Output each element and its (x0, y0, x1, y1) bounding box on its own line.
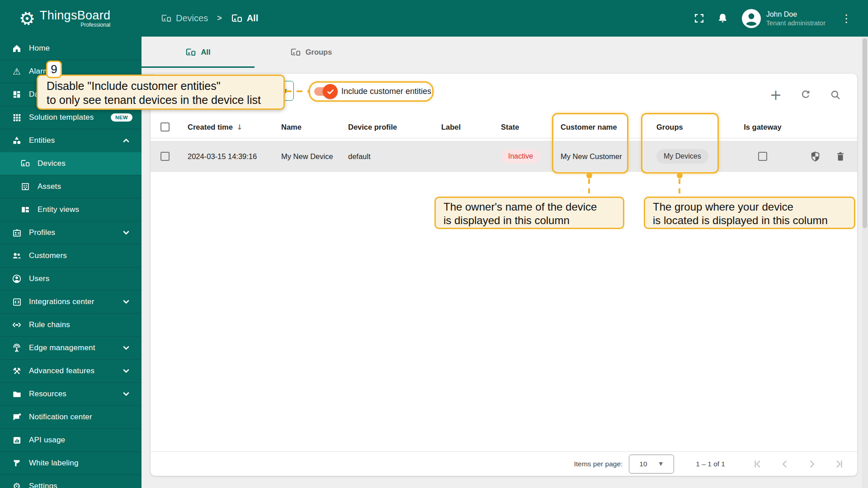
row-checkbox[interactable] (151, 152, 179, 161)
column-header-state[interactable]: State (493, 123, 552, 131)
solution-templates-icon (11, 112, 22, 123)
sidebar-item-white-labeling[interactable]: White labeling (0, 451, 142, 474)
chevron-down-icon (123, 298, 130, 305)
callout-line: The group where your device (653, 200, 854, 214)
notifications-bell-icon[interactable] (711, 7, 735, 30)
previous-page-button[interactable] (776, 455, 794, 473)
include-customer-entities-highlight: Include customer entities (309, 81, 434, 102)
sidebar-item-label: Notification center (29, 413, 92, 422)
sort-desc-icon: ↓ (236, 123, 242, 131)
column-header-label[interactable]: Label (433, 123, 493, 131)
column-header-is-gateway[interactable]: Is gateway (724, 123, 801, 131)
app-logo[interactable]: ⚙ ThingsBoard Professional (0, 9, 142, 28)
search-button[interactable] (826, 85, 845, 105)
customer-name-column-highlight (552, 113, 628, 174)
cell-device-profile: default (340, 152, 433, 161)
cell-is-gateway[interactable] (724, 152, 801, 161)
first-page-button[interactable] (749, 455, 767, 473)
breadcrumb: Devices > All (161, 13, 258, 24)
add-device-button[interactable]: + (766, 85, 786, 105)
devices-icon (161, 13, 172, 24)
devices-table-card: + Created time↓ Name Device profile Labe… (151, 74, 857, 476)
sidebar-item-label: Integrations center (29, 297, 94, 306)
table-pagination: Items per page: 10 ▼ 1 – 1 of 1 (151, 451, 857, 476)
last-page-button[interactable] (830, 455, 848, 473)
sidebar-item-api-usage[interactable]: API usage (0, 428, 142, 451)
sidebar-item-entity-views[interactable]: Entity views (0, 198, 142, 221)
cell-name: My New Device (273, 152, 340, 161)
table-row[interactable]: 2024-03-15 14:39:16 My New Device defaul… (151, 141, 857, 172)
sidebar-item-label: Resources (29, 389, 66, 399)
cell-created-time: 2024-03-15 14:39:16 (179, 152, 273, 161)
user-menu[interactable]: John Doe Tenant administrator (766, 10, 826, 27)
breadcrumb-devices-label: Devices (176, 13, 208, 23)
connector-dash-horizontal (286, 90, 309, 92)
fullscreen-icon[interactable] (688, 7, 711, 30)
sidebar-item-customers[interactable]: Customers (0, 244, 142, 267)
window-scrollbar-thumb[interactable] (863, 38, 867, 228)
sidebar-item-label: Settings (29, 482, 57, 488)
sidebar-item-users[interactable]: Users (0, 267, 142, 290)
tab-all[interactable]: All (142, 37, 255, 68)
sidebar-item-resources[interactable]: Resources (0, 382, 142, 405)
sidebar-item-notification-center[interactable]: Notification center (0, 405, 142, 428)
column-header-device-profile[interactable]: Device profile (340, 123, 433, 131)
devices-icon (290, 47, 301, 58)
home-icon (11, 43, 22, 54)
api-usage-chart-icon (11, 435, 22, 446)
alarms-warning-icon: ⚠ (11, 66, 22, 77)
security-shield-button[interactable] (809, 150, 821, 162)
cell-actions (801, 150, 857, 162)
connector-dot (586, 173, 592, 178)
entity-views-icon (20, 204, 31, 215)
thingsboard-logo-icon: ⚙ (17, 8, 37, 29)
sidebar-item-label: Customers (29, 251, 67, 260)
check-icon (326, 88, 335, 96)
advanced-features-tools-icon: ⚒ (11, 366, 22, 376)
resources-folder-icon (11, 389, 22, 399)
entities-icon (11, 135, 22, 146)
tutorial-tooltip: Disable "Include customer entities" to o… (37, 75, 285, 110)
sidebar-item-label: Profiles (29, 228, 55, 237)
assets-icon (20, 181, 31, 192)
tab-groups[interactable]: Groups (255, 37, 368, 68)
sidebar-item-label: API usage (29, 436, 65, 445)
column-label: Name (281, 123, 302, 131)
sidebar-item-rule-chains[interactable]: Rule chains (0, 313, 142, 336)
next-page-button[interactable] (803, 455, 821, 473)
user-avatar[interactable] (742, 9, 761, 28)
sidebar-item-devices[interactable]: Devices (0, 152, 142, 175)
toggle-switch[interactable] (314, 87, 335, 96)
notification-center-icon (11, 412, 22, 422)
breadcrumb-devices[interactable]: Devices (161, 13, 208, 24)
sidebar-item-home[interactable]: Home (0, 37, 142, 60)
sidebar-item-edge-management[interactable]: Edge management (0, 336, 142, 359)
more-options-icon[interactable]: ⋮ (837, 12, 855, 25)
entity-tabs: All Groups (142, 37, 368, 68)
edge-management-antenna-icon (11, 343, 22, 353)
sidebar-item-settings[interactable]: ⚙ Settings (0, 474, 142, 488)
select-caret-icon: ▼ (659, 461, 663, 467)
column-header-created-time[interactable]: Created time↓ (179, 123, 273, 131)
sidebar-item-profiles[interactable]: Profiles (0, 221, 142, 244)
sidebar-item-entities[interactable]: Entities (0, 129, 142, 152)
checkbox-icon (160, 152, 170, 161)
sidebar-item-assets[interactable]: Assets (0, 175, 142, 198)
tab-all-label: All (201, 48, 210, 56)
status-badge: Inactive (501, 149, 540, 164)
sidebar-item-integrations-center[interactable]: Integrations center (0, 290, 142, 313)
breadcrumb-all-label: All (247, 13, 259, 23)
breadcrumb-all[interactable]: All (231, 13, 259, 24)
select-all-checkbox[interactable] (151, 122, 179, 131)
column-header-name[interactable]: Name (273, 123, 340, 131)
sidebar-item-label: White labeling (29, 459, 79, 468)
devices-icon (231, 13, 243, 24)
customer-name-callout: The owner's name of the device is displa… (434, 197, 624, 229)
sidebar-item-advanced-features[interactable]: ⚒ Advanced features (0, 359, 142, 382)
items-per-page-label: Items per page: (574, 460, 623, 468)
window-scrollbar[interactable] (862, 37, 868, 488)
items-per-page-select[interactable]: 10 ▼ (629, 455, 674, 474)
delete-trash-button[interactable] (835, 150, 846, 162)
toggle-thumb (323, 84, 338, 99)
refresh-button[interactable] (796, 85, 816, 105)
